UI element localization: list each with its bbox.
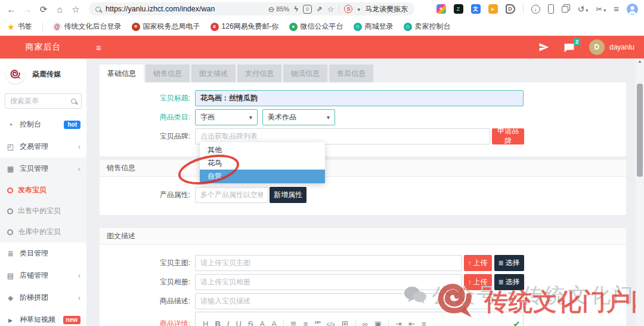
indent-icon[interactable]: [395, 320, 402, 326]
underline-icon[interactable]: U: [236, 320, 241, 326]
category-select-1[interactable]: 字画: [195, 109, 258, 125]
main-image-input[interactable]: [195, 255, 462, 271]
title-label: 宝贝标题:: [100, 93, 195, 103]
add-attr-button[interactable]: 新增属性: [270, 187, 306, 203]
extension-translate-icon[interactable]: 文: [471, 4, 481, 14]
merchant-logo-icon: [6, 64, 25, 84]
bookmark-item[interactable]: ●微信公众平台: [289, 21, 343, 32]
italic-icon[interactable]: I: [227, 320, 230, 326]
sidebar-item-goods[interactable]: 宝贝管理‹: [0, 158, 86, 180]
align-icon[interactable]: [422, 320, 426, 326]
code-icon[interactable]: [326, 320, 335, 326]
tab-groups-icon[interactable]: [562, 6, 568, 13]
reader-icon[interactable]: [303, 5, 312, 14]
desc-section-title: 图文描述: [100, 228, 626, 245]
bookmark-item[interactable]: ✹国家税务总局电子: [132, 21, 200, 32]
sidebar-item-trade[interactable]: 交易管理‹: [0, 136, 86, 158]
sidebar-item-shop[interactable]: 店铺管理‹: [0, 265, 86, 287]
sidebar-item-groupbuy[interactable]: 阶梯拼团‹: [0, 287, 86, 309]
category-select-2[interactable]: 美术作品: [262, 109, 335, 125]
history-control[interactable]: [578, 4, 589, 14]
tab-basic-info[interactable]: 基础信息: [100, 64, 144, 82]
font-size-icon[interactable]: A: [259, 320, 265, 326]
tab-aftersale-info[interactable]: 售后信息: [329, 64, 373, 82]
extension-folder-icon[interactable]: ▸: [488, 4, 498, 14]
upload-album-button[interactable]: 上传: [464, 274, 492, 290]
address-bar[interactable]: https://yanlu.izhct.com/index/wan 85% S …: [89, 2, 414, 16]
snip-control[interactable]: [596, 4, 606, 14]
add-bookmark-icon[interactable]: [327, 5, 335, 13]
title-input[interactable]: [195, 90, 524, 106]
scrollbar-thumb[interactable]: [637, 84, 643, 177]
bookmark-item[interactable]: @传统文化后台登录: [53, 21, 122, 32]
chevron-left-icon: ‹: [78, 294, 80, 302]
home-icon[interactable]: ⌂: [54, 5, 65, 14]
bookmarks-folder[interactable]: 书签: [7, 21, 32, 32]
tab-sales-info[interactable]: 销售信息: [145, 64, 190, 82]
extension-sparkle-icon[interactable]: ✦: [436, 4, 446, 14]
sales-info-card: 销售信息 产品属性: 新增属性: [100, 160, 626, 215]
table-icon[interactable]: [342, 319, 349, 326]
sidebar-subitem-publish[interactable]: 发布宝贝: [0, 180, 86, 201]
sidebar-subitem-onsale[interactable]: 出售中的宝贝: [0, 201, 86, 222]
chevron-down-icon[interactable]: [357, 5, 360, 13]
device-phone-icon[interactable]: [548, 4, 554, 14]
unordered-list-icon[interactable]: [304, 320, 308, 326]
bolt-icon[interactable]: [294, 5, 298, 13]
goods-desc-input[interactable]: [195, 293, 524, 309]
tab-logistics-info[interactable]: 物流信息: [283, 64, 327, 82]
sidebar-item-dashboard[interactable]: 控制台hot: [0, 113, 86, 136]
upload-main-image-button[interactable]: 上传: [464, 255, 492, 271]
apply-brand-button[interactable]: 申请品牌: [492, 128, 524, 144]
link-icon[interactable]: [363, 320, 368, 326]
category-label: 商品类目:: [100, 112, 195, 122]
extension-d-icon[interactable]: D: [506, 4, 515, 14]
forward-icon[interactable]: →: [22, 5, 33, 14]
strikethrough-icon[interactable]: S: [248, 320, 253, 326]
main-image-label: 宝贝主图:: [100, 258, 195, 268]
profile-avatar-icon[interactable]: [627, 4, 638, 15]
tab-payment-info[interactable]: 支付信息: [237, 64, 281, 82]
page-scrollbar[interactable]: ▲: [636, 59, 644, 326]
diamond-icon: ◇: [404, 23, 412, 31]
scroll-up-arrow[interactable]: ▲: [636, 59, 644, 63]
quick-search-suggestion[interactable]: 马龙谈樊振东: [365, 4, 408, 14]
menu-search-input[interactable]: 搜索菜单: [5, 93, 82, 109]
extension-dark-icon[interactable]: Z: [454, 4, 463, 14]
divider: [42, 23, 43, 31]
select-main-image-button[interactable]: 选择: [494, 255, 524, 271]
sidebar-toggle-icon[interactable]: [96, 42, 101, 53]
page-zoom-control[interactable]: 85%: [268, 5, 289, 14]
ordered-list-icon[interactable]: [290, 320, 297, 326]
share-icon[interactable]: [317, 5, 323, 13]
select-album-button[interactable]: 选择: [494, 274, 524, 290]
hot-badge: hot: [64, 121, 80, 129]
bold-icon[interactable]: B: [215, 320, 220, 326]
sidebar-subitem-warehouse[interactable]: 仓库中的宝贝: [0, 222, 86, 242]
image-icon[interactable]: [374, 320, 382, 326]
messages-icon[interactable]: 2: [564, 42, 575, 53]
bookmark-item[interactable]: ◇卖家控制台: [404, 21, 451, 32]
send-icon[interactable]: [538, 42, 549, 53]
sidebar-item-video[interactable]: 种草短视频new: [0, 309, 86, 326]
sidebar-item-category[interactable]: 类目管理: [0, 242, 86, 265]
avatar: D: [589, 39, 605, 55]
bookmark-item[interactable]: 8126网易免费邮-你: [210, 21, 279, 32]
refresh-icon[interactable]: ⟳: [38, 5, 49, 14]
category-row: 商品类目: 字画 美术作品: [100, 109, 626, 125]
back-icon[interactable]: ←: [6, 5, 17, 14]
outdent-icon[interactable]: [408, 320, 415, 326]
tab-description[interactable]: 图文描述: [191, 64, 236, 82]
browser-menu-icon[interactable]: [614, 4, 619, 14]
heading-icon[interactable]: H: [203, 320, 208, 326]
attr-input[interactable]: [195, 187, 268, 203]
blockquote-icon[interactable]: [314, 320, 320, 326]
font-color-icon[interactable]: A: [271, 320, 277, 326]
bookmark-item[interactable]: ◇商城登录: [354, 21, 394, 32]
tax-emblem-icon: ✹: [132, 23, 140, 31]
bookmark-star-icon[interactable]: ☆: [70, 5, 81, 14]
user-menu[interactable]: D dayanlu: [589, 39, 634, 55]
album-input[interactable]: [195, 274, 462, 290]
download-icon[interactable]: [531, 5, 540, 14]
url-text[interactable]: https://yanlu.izhct.com/index/wan: [106, 5, 215, 13]
